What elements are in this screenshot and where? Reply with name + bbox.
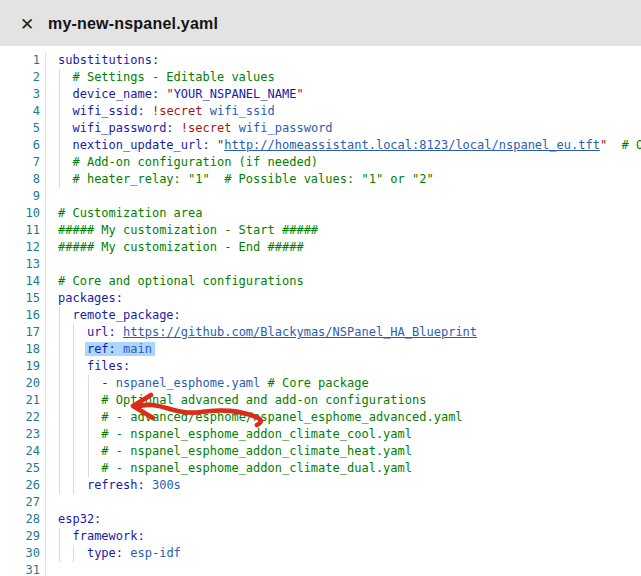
line-number: 21 bbox=[0, 392, 46, 409]
code-token bbox=[58, 155, 72, 169]
code-editor[interactable]: 1substitutions:2 # Settings - Editable v… bbox=[0, 46, 641, 576]
line-number: 5 bbox=[0, 120, 46, 137]
code-line: 28esp32: bbox=[0, 511, 641, 528]
code-line: 8 # heater_relay: "1" # Possible values:… bbox=[0, 171, 641, 188]
indent-guide-line bbox=[73, 460, 74, 477]
file-title: my-new-nspanel.yaml bbox=[48, 15, 218, 33]
indent-guide-line bbox=[73, 545, 74, 562]
editor-header: ✕ my-new-nspanel.yaml bbox=[0, 0, 641, 46]
code-line-content: wifi_ssid: !secret wifi_ssid bbox=[46, 103, 641, 120]
indent-guide-line bbox=[59, 477, 60, 494]
code-lines: 1substitutions:2 # Settings - Editable v… bbox=[0, 52, 641, 576]
code-line-content: # - nspanel_esphome_addon_climate_dual.y… bbox=[46, 460, 641, 477]
code-token bbox=[116, 325, 123, 339]
line-number: 12 bbox=[0, 239, 46, 256]
code-token bbox=[58, 138, 72, 152]
code-token bbox=[231, 121, 238, 135]
code-token: wifi_ssid bbox=[210, 104, 275, 118]
indent-guide-line bbox=[59, 528, 60, 545]
code-line: 27 bbox=[0, 494, 641, 511]
code-line: 26 refresh: 300s bbox=[0, 477, 641, 494]
code-token: device_name: bbox=[72, 87, 159, 101]
code-line-content: ref: main bbox=[46, 341, 641, 358]
line-number: 30 bbox=[0, 545, 46, 562]
indent-guide-line bbox=[88, 392, 89, 409]
code-token: !secret bbox=[181, 121, 232, 135]
line-number: 10 bbox=[0, 205, 46, 222]
line-number: 11 bbox=[0, 222, 46, 239]
url-link[interactable]: http://homeassistant.local:8123/local/ns… bbox=[224, 138, 600, 152]
code-line-content: # - nspanel_esphome_addon_climate_cool.y… bbox=[46, 426, 641, 443]
code-line: 16 remote_package: bbox=[0, 307, 641, 324]
line-number: 31 bbox=[0, 562, 46, 576]
code-token bbox=[607, 138, 621, 152]
line-number: 6 bbox=[0, 137, 46, 154]
code-token: YOUR_NSPANEL_NAME bbox=[174, 87, 297, 101]
code-line: 30 type: esp-idf bbox=[0, 545, 641, 562]
code-token: refresh: bbox=[87, 478, 145, 492]
indent-guide-line bbox=[59, 307, 60, 324]
close-icon[interactable]: ✕ bbox=[14, 11, 40, 37]
code-token: # Optional advanced and add-on configura… bbox=[101, 393, 426, 407]
code-token: packages: bbox=[58, 291, 123, 305]
code-token bbox=[58, 529, 72, 543]
line-number: 23 bbox=[0, 426, 46, 443]
code-token: esp-idf bbox=[130, 546, 181, 560]
code-token: wifi_ssid: bbox=[72, 104, 144, 118]
code-token: framework: bbox=[72, 529, 144, 543]
code-line-content bbox=[46, 562, 641, 576]
code-line-content: files: bbox=[46, 358, 641, 375]
line-number: 2 bbox=[0, 69, 46, 86]
line-number: 4 bbox=[0, 103, 46, 120]
line-number: 13 bbox=[0, 256, 46, 273]
code-token bbox=[58, 444, 101, 458]
indent-guide-line bbox=[59, 392, 60, 409]
code-token: # Core and optional configurations bbox=[58, 274, 304, 288]
code-token bbox=[116, 342, 123, 356]
indent-guide-line bbox=[59, 443, 60, 460]
code-token: ##### My customization - Start ##### bbox=[58, 223, 318, 237]
line-number: 29 bbox=[0, 528, 46, 545]
indent-guide-line bbox=[59, 375, 60, 392]
code-line-content: remote_package: bbox=[46, 307, 641, 324]
code-token bbox=[145, 104, 152, 118]
code-line-content: # Optional advanced and add-on configura… bbox=[46, 392, 641, 409]
code-token: !secret bbox=[152, 104, 203, 118]
code-token bbox=[58, 308, 72, 322]
code-line: 15packages: bbox=[0, 290, 641, 307]
indent-guide-line bbox=[59, 103, 60, 120]
indent-guide-line bbox=[73, 375, 74, 392]
code-line: 1substitutions: bbox=[0, 52, 641, 69]
code-token: url: bbox=[87, 325, 116, 339]
code-token: ref: bbox=[85, 342, 116, 356]
code-token: main bbox=[123, 342, 155, 356]
code-token bbox=[203, 104, 210, 118]
indent-guide-line bbox=[88, 460, 89, 477]
line-number: 25 bbox=[0, 460, 46, 477]
indent-guide-line bbox=[73, 324, 74, 341]
code-line: 24 # - nspanel_esphome_addon_climate_hea… bbox=[0, 443, 641, 460]
code-line: 14# Core and optional configurations bbox=[0, 273, 641, 290]
code-token: nextion_update_url: bbox=[72, 138, 209, 152]
url-link[interactable]: https://github.com/Blackymas/NSPanel_HA_… bbox=[123, 325, 477, 339]
code-token: # - nspanel_esphome_addon_climate_cool.y… bbox=[101, 427, 412, 441]
line-number: 14 bbox=[0, 273, 46, 290]
code-token: " bbox=[296, 87, 303, 101]
line-number: 9 bbox=[0, 188, 46, 205]
code-token: 300s bbox=[152, 478, 181, 492]
code-line-content: # - nspanel_esphome_addon_climate_heat.y… bbox=[46, 443, 641, 460]
code-line-content: ##### My customization - Start ##### bbox=[46, 222, 641, 239]
line-number: 24 bbox=[0, 443, 46, 460]
code-token bbox=[58, 121, 72, 135]
code-line: 31 bbox=[0, 562, 641, 576]
code-token: wifi_password: bbox=[72, 121, 173, 135]
code-line: 3 device_name: "YOUR_NSPANEL_NAME" bbox=[0, 86, 641, 103]
code-line-content bbox=[46, 494, 641, 511]
indent-guide-line bbox=[59, 341, 60, 358]
code-line-content: wifi_password: !secret wifi_password bbox=[46, 120, 641, 137]
code-token bbox=[145, 478, 152, 492]
code-line: 11##### My customization - Start ##### bbox=[0, 222, 641, 239]
code-token: ##### My customization - End ##### bbox=[58, 240, 304, 254]
line-number: 27 bbox=[0, 494, 46, 511]
code-line-content: # Core and optional configurations bbox=[46, 273, 641, 290]
